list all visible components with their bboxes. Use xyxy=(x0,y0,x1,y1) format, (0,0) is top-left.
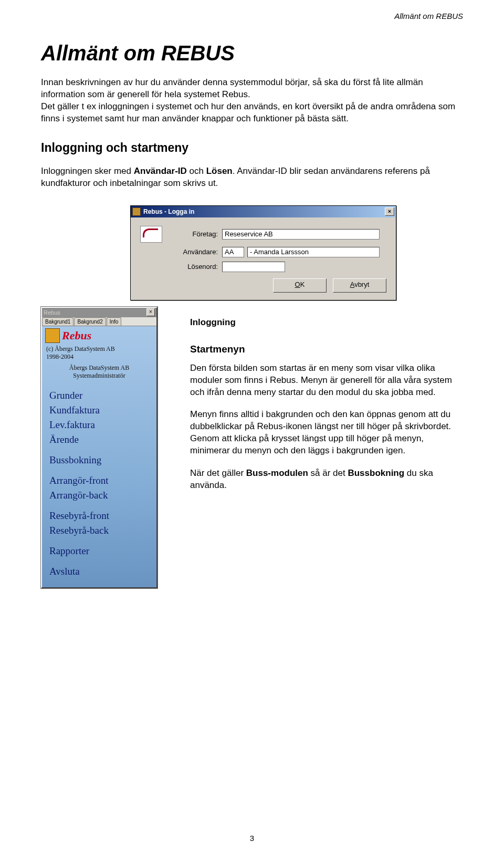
avbryt-underline: A xyxy=(350,280,354,288)
startmenu-close-button[interactable]: × xyxy=(146,308,155,316)
copyright-text: (c) Åbergs DataSystem AB 1998-2004 xyxy=(42,345,156,364)
text: och xyxy=(187,166,206,176)
startmenu-title: Rebus xyxy=(44,309,146,316)
inloggning-caption: Inloggning xyxy=(190,317,463,328)
admin-text: Åbergs DataSystem AB Systemadministratör xyxy=(42,364,156,385)
startmenyn-p3: När det gäller Buss-modulen så är det Bu… xyxy=(190,467,463,492)
tab-info[interactable]: Info xyxy=(107,317,122,326)
dialog-title: Rebus - Logga in xyxy=(143,208,385,215)
startmenu-item[interactable]: Arrangör-front xyxy=(49,473,149,488)
startmenyn-p2: Menyn finns alltid i bakgrunden och den … xyxy=(190,409,463,457)
rebus-logo-icon xyxy=(45,328,60,343)
flag-icon xyxy=(140,226,162,243)
text: så är det xyxy=(308,468,348,478)
startmenu-item[interactable]: Kundfaktura xyxy=(49,403,149,418)
startmenu-item[interactable]: Bussbokning xyxy=(49,453,149,467)
text-bold: Lösen xyxy=(206,166,233,176)
startmenu-inner: Rebus (c) Åbergs DataSystem AB 1998-2004… xyxy=(42,326,156,587)
startmenu-item[interactable]: Grunder xyxy=(49,388,149,403)
cancel-button[interactable]: Avbryt xyxy=(333,278,386,293)
startmenu-item[interactable]: Arrangör-back xyxy=(49,488,149,503)
startmenu-item[interactable]: Lev.faktura xyxy=(49,418,149,432)
ok-underline: O xyxy=(295,280,300,288)
startmenu-item[interactable]: Resebyrå-back xyxy=(49,523,149,538)
startmenu-tabs: Bakgrund1 Bakgrund2 Info xyxy=(42,317,156,326)
ok-rest: K xyxy=(300,280,305,288)
text-bold: Bussbokning xyxy=(348,468,404,478)
ok-button[interactable]: OK xyxy=(273,278,327,293)
intro-paragraph: Innan beskrivningen av hur du använder d… xyxy=(41,77,463,125)
startmenu-item[interactable]: Rapporter xyxy=(49,544,149,558)
app-icon xyxy=(132,207,141,216)
login-description: Inloggningen sker med Användar-ID och Lö… xyxy=(41,165,463,190)
text-bold: Användar-ID xyxy=(134,166,187,176)
right-column: Inloggning Startmenyn Den första bilden … xyxy=(169,307,463,502)
foretag-label: Företag: xyxy=(170,230,222,238)
text: När det gäller xyxy=(190,468,246,478)
anvandare-name-input[interactable] xyxy=(247,247,380,257)
text: Inloggningen sker med xyxy=(41,166,134,176)
section-heading: Inloggning och startmeny xyxy=(41,141,463,155)
losenord-input[interactable] xyxy=(222,262,285,272)
text-bold: Buss-modulen xyxy=(246,468,308,478)
startmenu-items: GrunderKundfakturaLev.fakturaÄrendeBussb… xyxy=(42,385,156,587)
startmenyn-heading: Startmenyn xyxy=(190,344,463,355)
anvandare-code-input[interactable] xyxy=(222,247,244,257)
tab-bakgrund1[interactable]: Bakgrund1 xyxy=(42,317,74,326)
dialog-titlebar: Rebus - Logga in × xyxy=(131,206,396,217)
losenord-label: Lösenord: xyxy=(170,263,222,271)
running-header: Allmänt om REBUS xyxy=(41,12,463,20)
page-number: 3 xyxy=(0,834,504,843)
login-dialog: Rebus - Logga in × Företag: Användare: L… xyxy=(130,205,396,300)
foretag-input[interactable] xyxy=(222,229,380,240)
startmenyn-p1: Den första bilden som startas är en meny… xyxy=(190,362,463,399)
page-title: Allmänt om REBUS xyxy=(41,41,463,65)
close-button[interactable]: × xyxy=(385,207,394,216)
rebus-logo-text: Rebus xyxy=(62,329,91,342)
startmenu-item[interactable]: Avsluta xyxy=(49,564,149,579)
dialog-body: Företag: Användare: Lösenord: OK Avbryt xyxy=(131,217,396,300)
startmenu-item[interactable]: Ärende xyxy=(49,432,149,447)
tab-bakgrund2[interactable]: Bakgrund2 xyxy=(74,317,106,326)
avbryt-rest: vbryt xyxy=(354,280,369,288)
document-page: Allmänt om REBUS Allmänt om REBUS Innan … xyxy=(0,0,504,852)
anvandare-label: Användare: xyxy=(170,248,222,256)
startmenu-titlebar: Rebus × xyxy=(42,308,156,317)
startmenu-item[interactable]: Resebyrå-front xyxy=(49,508,149,523)
start-menu: Rebus × Bakgrund1 Bakgrund2 Info Rebus (… xyxy=(41,307,158,588)
dialog-icon xyxy=(140,226,170,243)
